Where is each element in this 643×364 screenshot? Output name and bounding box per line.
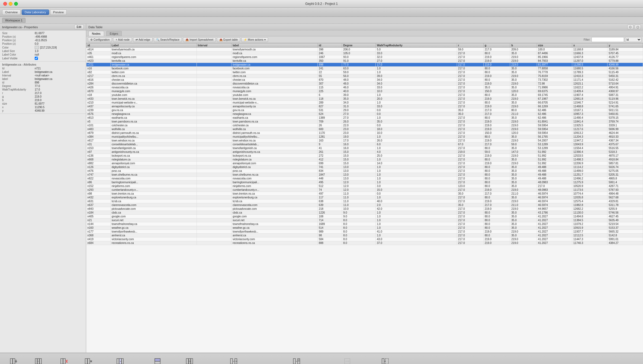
table-row[interactable]: n101colchester.cacolchester.ca2622.00.02…	[86, 124, 643, 127]
col-r[interactable]: r	[457, 43, 483, 48]
table-row[interactable]: n437annapoliscounty.caannapoliscounty.ca…	[86, 105, 643, 108]
table-row[interactable]: n432explorelunenburg.caexplorelunenburg.…	[86, 196, 643, 199]
maximize-button[interactable]	[14, 2, 18, 6]
convert-column-button[interactable]: Convert column to dynamic	[366, 356, 404, 364]
table-row[interactable]: n97antigonishcounty.ns.caantigonishcount…	[86, 150, 643, 154]
add-edge-button[interactable]: ⇄ Add edge	[133, 37, 153, 42]
col-size[interactable]: size	[537, 43, 572, 48]
more-actions-button[interactable]: ⚡ More actions ▾	[241, 37, 268, 42]
table-row[interactable]: n668nslegislature.canslegislature.ca4121…	[86, 158, 643, 162]
table-row[interactable]: n684recreationns.ns.carecreationns.ns.ca…	[86, 241, 643, 245]
table-row[interactable]: n5town.parrsboro.ns.catown.parrsboro.ns.…	[86, 120, 643, 124]
table-row[interactable]: n822novascotia.comnovascotia.com44813.01…	[86, 177, 643, 181]
col-b[interactable]: b	[510, 43, 537, 48]
col-id[interactable]: id	[86, 43, 111, 48]
table-row[interactable]: n879district.yarmouth.ns.cadistrict.yarm…	[86, 131, 643, 135]
table-row[interactable]: n614townofyarmouth.catownofyarmouth.ca39…	[86, 48, 643, 51]
table-row[interactable]: n160weather.gc.caweather.gc.ca5148.01.02…	[86, 226, 643, 230]
merge-columns-button[interactable]: Merge columns	[27, 356, 50, 364]
edit-button[interactable]: Edit	[74, 25, 84, 29]
table-row[interactable]: n152ninjaforms.comninjaforms.com51212.03…	[86, 184, 643, 188]
table-row[interactable]: n721bridgewater.cabridgewater.ca89877.01…	[86, 63, 643, 67]
col-label2[interactable]: label	[232, 43, 318, 48]
table-row[interactable]: n126digbydistrict.cadigbydistrict.ca7411…	[86, 165, 643, 169]
table-row[interactable]: n637clarenovascotia.comclarenovascotia.c…	[86, 203, 643, 207]
table-row[interactable]: n153townofantigonish.catownofantigonish.…	[86, 146, 643, 150]
table-row[interactable]: n368amherst.caamherst.ca988.01.0217.080.…	[86, 234, 643, 237]
workspace-tab[interactable]: Workspace 1	[2, 18, 25, 23]
table-row[interactable]: n35modl.camodl.ca246105.033.0217.080.035…	[86, 51, 643, 55]
preview-button[interactable]: Preview	[50, 9, 67, 15]
fill-column-button[interactable]: Fill column with a value	[141, 356, 174, 364]
table-row[interactable]: n882annapolisroyal.comannapolisroyal.com…	[86, 162, 643, 165]
table-row[interactable]: n426novascotia.canovascotia.ca11546.033.…	[86, 86, 643, 89]
table-cell: chester.ca	[110, 78, 197, 82]
col-y[interactable]: y	[607, 43, 643, 48]
clear-column-button[interactable]: Clear column	[78, 356, 99, 364]
create-list-column-button[interactable]: Create column with list of regex matchin…	[265, 356, 329, 364]
tab-edges[interactable]: Edges	[106, 31, 122, 36]
table-row[interactable]: n210municipal-website-v...municipal-webs…	[86, 101, 643, 105]
table-row[interactable]: n616chester.cachester.ca87048.034.0217.0…	[86, 78, 643, 82]
table-row[interactable]: n419victoriacounty.comvictoriacounty.com…	[86, 237, 643, 241]
col-label[interactable]: Label	[110, 43, 197, 48]
col-g[interactable]: g	[484, 43, 510, 48]
expand-button[interactable]: ▢	[635, 25, 641, 29]
resize-button[interactable]: ⬡	[627, 25, 634, 29]
table-row[interactable]: n16facebook.comfacebook.com24163.01.0217…	[86, 67, 643, 70]
col-interval[interactable]: Interval	[197, 43, 232, 48]
table-row[interactable]: n843pictouadvocate.compictouadvocate.com…	[86, 207, 643, 211]
table-row[interactable]: n82twitter.comtwitter.com2259.01.0217.08…	[86, 70, 643, 74]
add-node-button[interactable]: + Add node	[113, 37, 132, 42]
table-row[interactable]: n86barringtonmunicipali...barringtonmuni…	[86, 181, 643, 184]
table-row[interactable]: n576newglasgow.canewglasgow.ca62427.00.0…	[86, 112, 643, 116]
table-row[interactable]: n617town.windsor.ns.catown.windsor.ns.ca…	[86, 139, 643, 143]
filter-input[interactable]	[591, 37, 624, 42]
table-row[interactable]: n284discovermiddleton.cadiscovermiddleto…	[86, 82, 643, 86]
col-x[interactable]: x	[572, 43, 607, 48]
import-spreadsheet-button[interactable]: 📥 Import Spreadsheet	[183, 37, 216, 42]
close-button[interactable]	[3, 2, 7, 6]
table-row[interactable]: n476pvsc.capvsc.ca83413.01.0217.080.035.…	[86, 169, 643, 173]
table-row[interactable]: n18youtube.comyoutube.com639.01.0217.080…	[86, 93, 643, 97]
search-replace-button[interactable]: 🔍 Search/Replace	[154, 37, 182, 42]
col-walktrap[interactable]: WalkTrapModularity	[376, 43, 457, 48]
table-row[interactable]: n813easthants.caeasthants.ca138927.01.02…	[86, 116, 643, 120]
table-row[interactable]: n461regionofqueens.comregionofqueens.com…	[86, 55, 643, 59]
minimize-button[interactable]	[9, 2, 12, 6]
table-row[interactable]: n483wolfville.cawolfville.ca60023.018.02…	[86, 127, 643, 131]
tab-nodes[interactable]: Nodes	[88, 31, 104, 36]
id-select[interactable]: Id	[625, 37, 641, 42]
configuration-button[interactable]: ⚙ Configuration	[88, 37, 112, 42]
col-degree[interactable]: Degree	[342, 43, 376, 48]
table-row[interactable]: n31conseildesartsdelab...conseildesartsd…	[86, 143, 643, 146]
create-bool-column-button[interactable]: T/F Create a boolean column from regex m…	[205, 356, 262, 364]
table-row[interactable]: n217cbrm.ns.cacbrm.ns.ca5556.039.0217.02…	[86, 74, 643, 78]
table-row[interactable]: n747town.shelburne.ns.catown.shelburne.n…	[86, 173, 643, 177]
table-row[interactable]: n177townofporthawkesb...townofporthawkes…	[86, 230, 643, 234]
overview-button[interactable]: Overview	[2, 9, 21, 15]
add-column-button[interactable]: Add column	[3, 356, 24, 364]
table-row[interactable]: n433town.berwick.ns.catown.berwick.ns.ca…	[86, 97, 643, 101]
col-id2[interactable]: id	[318, 43, 342, 48]
export-table-button[interactable]: 📤 Export table	[217, 37, 240, 42]
table-row[interactable]: n239gov.ns.cagov.ns.ca53129.00.035.0217.…	[86, 108, 643, 112]
negate-bool-button[interactable]: ¬T/F Negate boolean values	[331, 356, 364, 364]
table-row[interactable]: n136lockeport.ns.calockeport.ns.ca27215.…	[86, 154, 643, 158]
table-cell: district.yarmouth.ns.ca	[110, 131, 197, 135]
table-row[interactable]: n631tcrsb.catcrsb.ca63811.040.0217.0219.…	[86, 199, 643, 203]
table-row[interactable]: n98town.trenton.ns.catown.trenton.ns.ca4…	[86, 192, 643, 196]
table-row[interactable]: n21sucuri.netsucuri.net7148.01.0217.080.…	[86, 218, 643, 222]
duplicate-column-button[interactable]: 2x Duplicate column	[176, 356, 203, 364]
label-visible-checkbox[interactable]	[35, 57, 38, 60]
table-row[interactable]: n144townofmahonebay.catownofmahonebay.ca…	[86, 222, 643, 226]
copy-data-button[interactable]: Copy data to other column	[101, 356, 139, 364]
data-laboratory-button[interactable]: Data Laboratory	[22, 9, 49, 15]
table-row[interactable]: n293cumberlandcounty.n...cumberlandcount…	[86, 188, 643, 192]
table-row[interactable]: n184cbdc.cacbdc.ca12269.01.0217.080.035.…	[86, 211, 643, 215]
table-row[interactable]: n870munargyle.communargyle.com22540.010.…	[86, 89, 643, 93]
table-row[interactable]: n384municipalityofshelbu...municipalityo…	[86, 135, 643, 139]
table-row[interactable]: n423kentville.cakentville.ca35091.027.02…	[86, 59, 643, 63]
delete-column-button[interactable]: Delete column	[53, 356, 75, 364]
table-row[interactable]: n405google.comgoogle.com1089.01.0217.080…	[86, 215, 643, 218]
